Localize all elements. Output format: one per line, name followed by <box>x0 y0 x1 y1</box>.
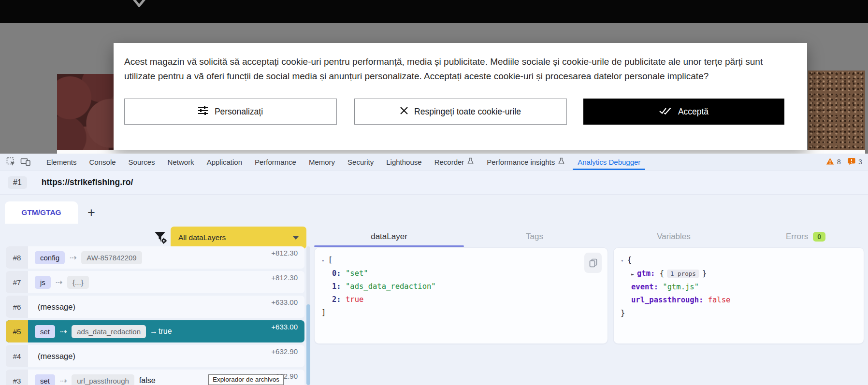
tab-label: Elements <box>46 158 77 166</box>
accept-cookies-button[interactable]: Acceptă <box>583 99 784 125</box>
tab-label: Analytics Debugger <box>578 158 640 166</box>
webpage-background: Acest magazin vă solicită să acceptați c… <box>0 23 868 154</box>
event-time: +633.00 <box>271 323 304 331</box>
close-icon <box>400 107 408 117</box>
session-index-badge: #1 <box>8 176 27 189</box>
json-bool-value: true <box>346 295 363 304</box>
personalize-button[interactable]: Personalizați <box>124 99 337 125</box>
event-row-7[interactable]: #7 js ⇢ {...} +812.30 <box>6 271 304 293</box>
warning-count: 8 <box>837 158 841 166</box>
event-type-chip: js <box>35 276 51 289</box>
devtools-tab-network[interactable]: Network <box>161 154 201 170</box>
collapse-toggle-icon[interactable]: ▾ <box>621 257 624 264</box>
devtools-tab-performance[interactable]: Performance <box>248 154 303 170</box>
event-row-8[interactable]: #8 config ⇢ AW-857842209 +812.30 <box>6 246 304 269</box>
event-label: (message) <box>38 352 75 361</box>
tab-label: Memory <box>309 158 335 166</box>
brace: { <box>660 269 664 278</box>
event-number-badge: #4 <box>6 345 28 367</box>
scrollbar-thumb[interactable] <box>306 304 310 385</box>
inspect-element-icon[interactable] <box>5 156 17 168</box>
devtools-status-badges: 8 3 <box>826 157 868 167</box>
event-bool-value: true <box>159 327 172 336</box>
event-bool-value: false <box>139 376 156 385</box>
issues-icon[interactable] <box>848 157 855 167</box>
event-type-chip: set <box>35 374 55 385</box>
chevron-down-icon <box>293 236 299 240</box>
event-row-5-selected[interactable]: #5 set ⇢ ads_data_redaction → true +633.… <box>6 320 304 342</box>
brace: } <box>621 309 625 317</box>
event-label: (message) <box>38 302 75 312</box>
new-tab-button[interactable]: + <box>83 203 100 222</box>
collapse-toggle-icon[interactable]: ▾ <box>321 257 325 264</box>
cookie-consent-dialog: Acest magazin vă solicită să acceptați c… <box>114 43 807 150</box>
event-time: +632.90 <box>271 347 304 356</box>
event-number-badge: #5 <box>6 320 28 342</box>
devtools-tab-elements[interactable]: Elements <box>40 154 83 170</box>
warning-icon[interactable] <box>826 157 834 167</box>
tab-variables[interactable]: Variables <box>604 227 743 247</box>
json-index: 2: <box>332 295 341 304</box>
copy-button[interactable] <box>584 253 602 273</box>
tab-label: dataLayer <box>371 232 407 242</box>
arrow-icon: ⇢ <box>60 376 67 385</box>
props-count-chip: 1 props <box>667 270 699 278</box>
devtools-tab-recorder[interactable]: Recorder <box>428 154 481 170</box>
double-check-icon <box>659 107 672 117</box>
inspector-panel: dataLayer Tags Variables Errors 0 ▾[ 0: … <box>313 195 868 385</box>
event-list: #8 config ⇢ AW-857842209 +812.30 #7 js ⇢… <box>0 246 313 385</box>
filter-icon[interactable] <box>154 230 168 246</box>
datalayer-json-card: ▾[ 0: "set" 1: "ads_data_redaction" 2: t… <box>314 247 608 344</box>
expand-toggle-icon[interactable]: ► <box>631 271 634 277</box>
json-bool-value: false <box>708 296 731 304</box>
tab-label: Lighthouse <box>386 158 421 166</box>
inspector-tabs: dataLayer Tags Variables Errors 0 <box>313 227 868 247</box>
event-time: +812.30 <box>271 249 304 257</box>
product-photo-texture <box>808 71 865 154</box>
tune-icon <box>198 106 208 118</box>
devtools-tab-performance-insights[interactable]: Performance insights <box>480 154 571 170</box>
event-number-badge: #3 <box>6 370 28 385</box>
devtools-tab-console[interactable]: Console <box>83 154 122 170</box>
tab-label: Tags <box>526 232 543 242</box>
reject-cookies-button[interactable]: Respingeți toate cookie-urile <box>354 99 567 125</box>
bracket: ] <box>321 308 326 317</box>
site-header <box>0 0 868 23</box>
json-string-value: "ads_data_redaction" <box>346 282 436 291</box>
datalayer-filter-dropdown[interactable]: All dataLayers <box>171 227 306 249</box>
tab-label: Recorder <box>434 158 464 166</box>
errors-count-badge: 0 <box>813 232 825 242</box>
tab-label: Console <box>89 158 116 166</box>
devtools-tab-lighthouse[interactable]: Lighthouse <box>380 154 428 170</box>
json-string-value: "gtm.js" <box>663 283 699 291</box>
tab-label: GTM/GTAG <box>21 208 61 217</box>
event-number-badge: #6 <box>6 296 28 318</box>
event-row-6[interactable]: #6 (message) +633.00 <box>6 296 304 318</box>
devtools-tab-application[interactable]: Application <box>201 154 248 170</box>
event-row-4[interactable]: #4 (message) +632.90 <box>6 345 304 367</box>
json-key: gtm: <box>637 269 655 278</box>
tab-label: Performance insights <box>487 158 555 166</box>
devtools-tab-analytics-debugger[interactable]: Analytics Debugger <box>571 154 647 170</box>
tab-label: Network <box>168 158 194 166</box>
json-key: url_passthrough: <box>631 296 703 304</box>
devtools-tab-memory[interactable]: Memory <box>303 154 341 170</box>
tab-label: Security <box>347 158 374 166</box>
event-time: +633.00 <box>271 298 304 306</box>
json-index: 0: <box>332 269 341 278</box>
event-type-chip: config <box>35 251 65 264</box>
tab-errors[interactable]: Errors 0 <box>743 227 868 247</box>
json-index: 1: <box>332 282 341 291</box>
tab-gtm-gtag[interactable]: GTM/GTAG <box>5 201 78 224</box>
session-row[interactable]: #1 https://strikefishing.ro/ <box>0 171 868 195</box>
arrow-icon: ⇢ <box>70 253 76 263</box>
tab-tags[interactable]: Tags <box>465 227 604 247</box>
scrollbar-track[interactable] <box>306 246 310 385</box>
bracket: [ <box>328 256 333 264</box>
devtools-tab-security[interactable]: Security <box>341 154 380 170</box>
arrow-icon: ⇢ <box>56 277 62 287</box>
tab-datalayer[interactable]: dataLayer <box>313 227 465 247</box>
event-number-badge: #8 <box>6 246 28 269</box>
device-toolbar-icon[interactable] <box>19 156 32 168</box>
devtools-tab-sources[interactable]: Sources <box>122 154 161 170</box>
